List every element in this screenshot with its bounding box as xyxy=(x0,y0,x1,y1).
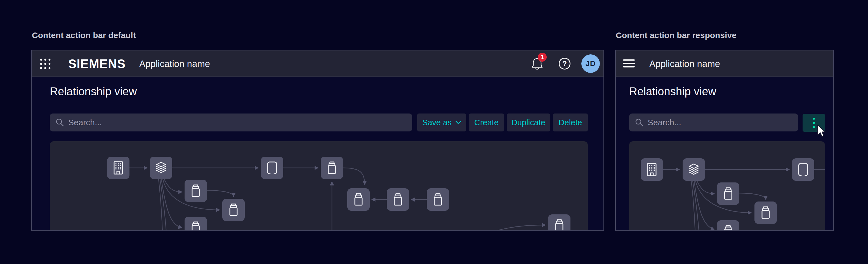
brand-logo: SIEMENS xyxy=(68,50,126,77)
mouse-cursor xyxy=(817,125,829,139)
application-name: Application name xyxy=(649,50,720,77)
user-avatar[interactable]: JD xyxy=(581,54,600,73)
node-box[interactable] xyxy=(185,180,207,202)
delete-label: Delete xyxy=(559,118,582,127)
application-name: Application name xyxy=(139,50,210,77)
node-box[interactable] xyxy=(347,188,370,211)
node-building[interactable] xyxy=(107,157,129,179)
app-header: SIEMENS Application name 1 ? JD xyxy=(32,50,603,77)
kebab-menu-icon xyxy=(813,118,815,128)
node-box[interactable] xyxy=(222,199,245,221)
node-box[interactable] xyxy=(387,188,409,211)
save-as-button[interactable]: Save as xyxy=(417,113,466,131)
relationship-diagram-canvas xyxy=(629,141,825,230)
diagram-nodes xyxy=(641,158,814,230)
menu-button[interactable] xyxy=(623,59,635,69)
node-box[interactable] xyxy=(717,220,739,230)
create-button[interactable]: Create xyxy=(469,113,504,131)
app-launcher-button[interactable] xyxy=(40,58,51,70)
notification-badge: 1 xyxy=(538,53,547,62)
node-device[interactable] xyxy=(261,157,283,179)
search-input[interactable] xyxy=(50,113,412,131)
search-input[interactable] xyxy=(629,113,798,131)
help-icon: ? xyxy=(562,59,567,68)
node-box[interactable] xyxy=(185,217,207,230)
node-box[interactable] xyxy=(548,214,570,230)
menu-hamburger-icon xyxy=(623,59,635,68)
relationship-diagram-canvas xyxy=(50,141,588,230)
node-building[interactable] xyxy=(641,158,663,181)
app-launcher-grid-icon xyxy=(40,58,51,70)
content-action-bar-default-panel: SIEMENS Application name 1 ? JD Relation… xyxy=(31,50,604,231)
help-button[interactable]: ? xyxy=(559,58,570,70)
node-device[interactable] xyxy=(792,158,814,181)
node-box[interactable] xyxy=(427,188,449,211)
node-box[interactable] xyxy=(717,182,739,205)
app-header-responsive: Application name xyxy=(616,50,833,77)
node-box[interactable] xyxy=(321,157,343,179)
node-box[interactable] xyxy=(754,202,777,224)
section-title-responsive: Content action bar responsive xyxy=(616,29,737,42)
node-layers[interactable] xyxy=(683,158,705,181)
page-title: Relationship view xyxy=(50,84,137,99)
node-layers[interactable] xyxy=(150,157,172,179)
content-action-bar-responsive-panel: Application name Relationship view xyxy=(615,50,834,231)
duplicate-label: Duplicate xyxy=(512,118,545,127)
chevron-down-icon xyxy=(456,121,461,124)
save-as-label: Save as xyxy=(422,118,452,127)
delete-button[interactable]: Delete xyxy=(553,113,588,131)
search-box xyxy=(50,113,412,131)
duplicate-button[interactable]: Duplicate xyxy=(507,113,550,131)
create-label: Create xyxy=(474,118,499,127)
search-box xyxy=(629,113,798,131)
page-title: Relationship view xyxy=(629,84,716,99)
section-title-default: Content action bar default xyxy=(32,29,136,42)
